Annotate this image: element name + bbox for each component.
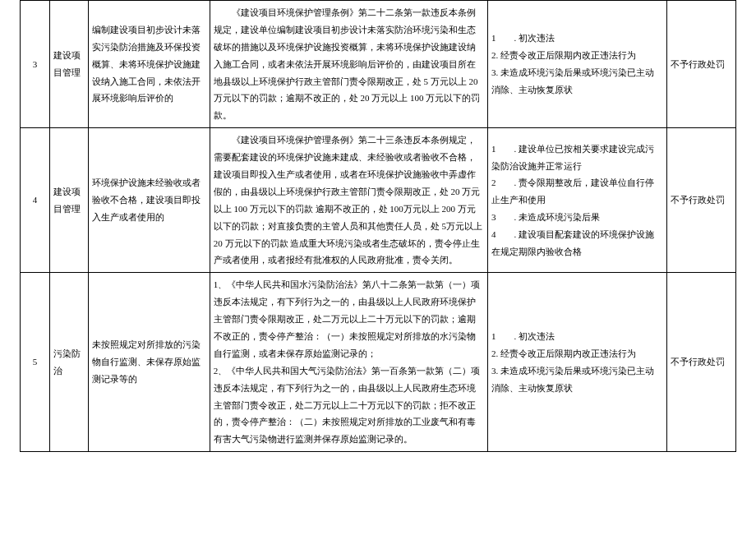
cell-condition: 1 . 初次违法2. 经责令改正后限期内改正违法行为3. 未造成环境污染后果或环… (487, 1, 666, 128)
cell-law: 1、《中华人民共和国水污染防治法》第八十二条第一款第（一）项违反本法规定，有下列… (210, 273, 487, 452)
cell-category: 建设项目管理 (50, 1, 89, 128)
table-row: 5 污染防治 未按照规定对所排放的污染物自行监测、未保存原始监测记录等的 1、《… (21, 273, 736, 452)
table-row: 4 建设项目管理 环境保护设施未经验收或者验收不合格，建设项目即投入生产或者使用… (21, 128, 736, 273)
cell-condition: 1 . 建设单位已按相关要求建设完成污染防治设施并正常运行2 . 责令限期整改后… (487, 128, 666, 273)
cell-num: 5 (21, 273, 50, 452)
cell-category: 建设项目管理 (50, 128, 89, 273)
cell-result: 不予行政处罚 (666, 1, 735, 128)
table-row: 3 建设项目管理 编制建设项目初步设计未落实污染防治措施及环保投资概算、未将环境… (21, 1, 736, 128)
cell-num: 3 (21, 1, 50, 128)
cell-category: 污染防治 (50, 273, 89, 452)
regulation-table: 3 建设项目管理 编制建设项目初步设计未落实污染防治措施及环保投资概算、未将环境… (20, 0, 736, 452)
cell-act: 环境保护设施未经验收或者验收不合格，建设项目即投入生产或者使用的 (89, 128, 210, 273)
cell-num: 4 (21, 128, 50, 273)
cell-result: 不予行政处罚 (666, 128, 735, 273)
cell-act: 未按照规定对所排放的污染物自行监测、未保存原始监测记录等的 (89, 273, 210, 452)
cell-act: 编制建设项目初步设计未落实污染防治措施及环保投资概算、未将环境保护设施建设纳入施… (89, 1, 210, 128)
cell-law: 《建设项目环境保护管理条例》第二十二条第一款违反本条例规定，建设单位编制建设项目… (210, 1, 487, 128)
cell-result: 不予行政处罚 (666, 273, 735, 452)
cell-condition: 1 . 初次违法2. 经责令改正后限期内改正违法行为3. 未造成环境污染后果或环… (487, 273, 666, 452)
cell-law: 《建设项目环境保护管理条例》第二十三条违反本条例规定，需要配套建设的环境保护设施… (210, 128, 487, 273)
